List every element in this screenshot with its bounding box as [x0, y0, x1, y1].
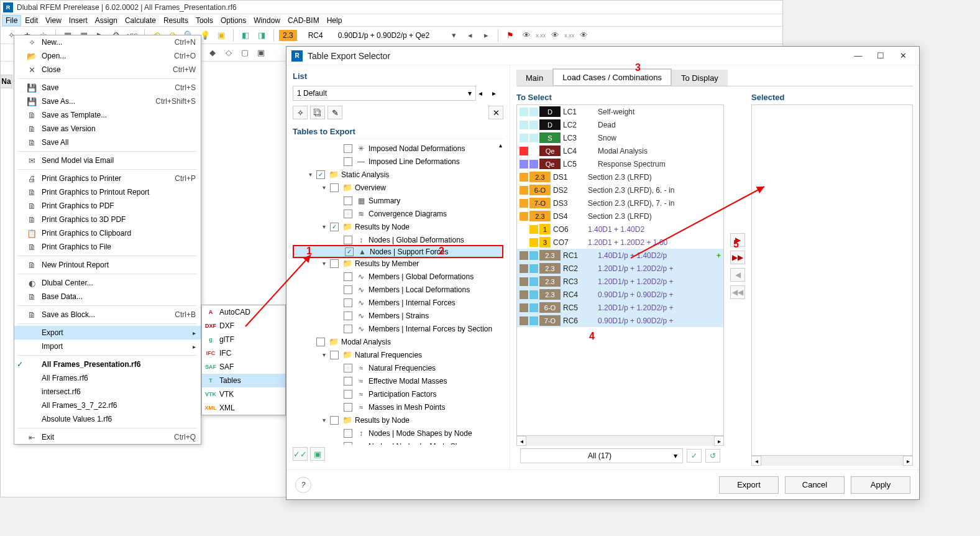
collapse-button[interactable]: ▣ [310, 447, 325, 461]
close-button[interactable]: ✕ [892, 49, 914, 63]
delete-list-button[interactable]: ✕ [488, 106, 503, 119]
menubar[interactable]: FileEditViewInsertAssignCalculateResults… [1, 14, 782, 27]
file-menu-item[interactable]: 🗎Save as Block...Ctrl+B [14, 308, 201, 321]
scroll-left-icon[interactable]: ◂ [751, 456, 761, 466]
tab-main[interactable]: Main [516, 70, 552, 86]
minimize-button[interactable]: — [847, 49, 869, 63]
tree-checkbox[interactable] [344, 196, 352, 205]
menu-calculate[interactable]: Calculate [121, 15, 160, 26]
tree-node[interactable]: ∿Members | Global Deformations [293, 270, 503, 283]
menu-tools[interactable]: Tools [192, 15, 217, 26]
file-menu-item[interactable]: Export▸ [14, 326, 201, 340]
tree-node[interactable]: ▾📁Natural Frequencies [293, 348, 503, 361]
file-menu-item[interactable]: intersect.rf6 [14, 385, 201, 399]
filter-dropdown[interactable]: All (17) ▾ [520, 448, 683, 463]
next-icon[interactable]: ▸ [479, 29, 493, 42]
layer-icon[interactable]: ▣ [214, 29, 228, 42]
file-menu-item[interactable]: ⇤ExitCtrl+Q [14, 430, 201, 444]
tree-node[interactable]: ▾📁Results by Member [293, 257, 503, 270]
load-case-row[interactable]: 6-ORC51.20D1/p + 1.20D2/p + [517, 301, 723, 314]
tree-node[interactable]: ✓▲Nodes | Support Forces [293, 245, 503, 258]
file-menu-item[interactable]: 📋Print Graphics to Clipboard [14, 226, 201, 240]
menu-cad-bim[interactable]: CAD-BIM [284, 15, 323, 26]
caret-icon[interactable]: ▾ [323, 417, 330, 423]
selected-hscroll[interactable]: ◂ ▸ [751, 456, 913, 466]
menu-edit[interactable]: Edit [21, 15, 42, 26]
file-menu-item[interactable]: 📂Open...Ctrl+O [14, 49, 201, 63]
menu-options[interactable]: Options [217, 15, 250, 26]
load-case-row[interactable]: 2.3RC11.40D1/p + 1.40D2/p + [517, 249, 723, 262]
file-menu-item[interactable]: 🗎Save as Template... [14, 108, 201, 122]
view2-icon[interactable]: ◨ [255, 29, 268, 42]
chevron-down-icon[interactable]: ▾ [447, 29, 460, 42]
file-menu-item[interactable]: 🗎New Printout Report [14, 258, 201, 272]
export-menu-item[interactable]: VTKVTK [202, 387, 285, 401]
shape1-icon[interactable]: ◆ [206, 46, 219, 60]
menu-file[interactable]: File [2, 15, 21, 26]
tree-checkbox[interactable]: ✓ [345, 247, 354, 256]
tree-node[interactable]: ∿Members | Local Deformations [293, 283, 503, 296]
tree-checkbox[interactable] [344, 442, 352, 445]
tree-node[interactable]: ≈Participation Factors [293, 387, 503, 400]
tree-checkbox[interactable]: ✓ [330, 223, 339, 231]
tree-checkbox[interactable] [344, 157, 352, 166]
tree-checkbox[interactable] [344, 210, 352, 218]
eye2-icon[interactable]: 👁 [548, 29, 562, 42]
load-case-row[interactable]: QeLC4Modal Analysis [517, 144, 723, 157]
file-menu-item[interactable]: ✓All Frames_Presentation.rf6 [14, 358, 201, 371]
caret-icon[interactable]: ▾ [323, 184, 330, 191]
file-menu-item[interactable]: All Frames.rf6 [14, 371, 201, 385]
load-case-row[interactable]: 2.3RC31.20D1/p + 1.20D2/p + [517, 275, 723, 288]
tree-node[interactable]: ↕Nodes | Mode Shapes by Node [293, 427, 503, 440]
load-case-row[interactable]: 2.3RC21.20D1/p + 1.20D2/p + [517, 262, 723, 275]
tree-node[interactable]: ↕Nodes | Nodes by Mode Shape [293, 440, 503, 445]
tree-node[interactable]: ≈Effective Modal Masses [293, 374, 503, 387]
move-left-button[interactable]: ◀ [730, 268, 745, 282]
nav-panel-tab[interactable]: Na [0, 75, 12, 88]
caret-icon[interactable]: ▾ [323, 260, 330, 267]
file-menu-item[interactable]: All Frames_3_7_22.rf6 [14, 399, 201, 412]
tree-checkbox[interactable] [344, 325, 352, 333]
load-case-row[interactable]: 2.3RC40.90D1/p + 0.90D2/p + [517, 288, 723, 301]
shape2-icon[interactable]: ◇ [222, 46, 236, 60]
tree-checkbox[interactable] [344, 272, 352, 281]
tree-checkbox[interactable] [344, 285, 352, 294]
view1-icon[interactable]: ◧ [239, 29, 252, 42]
file-menu-item[interactable]: 🗎Print Graphics to PDF [14, 199, 201, 213]
file-menu-item[interactable]: ✧New...Ctrl+N [14, 35, 201, 49]
copy-list-button[interactable]: ⿻ [310, 106, 325, 119]
flag-icon[interactable]: ⚑ [503, 29, 517, 42]
maximize-button[interactable]: ☐ [869, 49, 892, 63]
move-all-right-button[interactable]: ▶▶ [730, 251, 745, 264]
load-case-row[interactable]: QeLC5Response Spectrum [517, 157, 723, 170]
next-list-icon[interactable]: ▸ [492, 89, 503, 98]
tree-node[interactable]: ↕Nodes | Global Deformations [293, 233, 503, 246]
cancel-button[interactable]: Cancel [785, 476, 845, 494]
shape4-icon[interactable]: ▣ [254, 46, 268, 60]
tree-node[interactable]: ∿Members | Strains [293, 309, 503, 322]
export-menu-item[interactable]: XMLXML [202, 401, 285, 415]
tree-node[interactable]: ▾📁Overview [293, 181, 503, 194]
export-menu-item[interactable]: DXFDXF [202, 319, 285, 333]
load-case-row[interactable]: 3CO71.20D1 + 1.20D2 + 1.60 [517, 236, 723, 249]
scroll-right-icon[interactable]: ▸ [903, 456, 913, 466]
export-menu-item[interactable]: SAFSAF [202, 360, 285, 374]
tree-checkbox[interactable] [344, 144, 352, 153]
tree-checkbox[interactable] [330, 259, 339, 268]
file-menu-item[interactable]: 🗎Save as Version [14, 122, 201, 136]
apply-button[interactable]: Apply [851, 476, 910, 494]
file-menu-item[interactable]: 🗎Save All [14, 136, 201, 149]
shape3-icon[interactable]: ▢ [238, 46, 252, 60]
tree-node[interactable]: —Imposed Line Deformations [293, 155, 503, 168]
tables-tree[interactable]: ✳Imposed Nodal Deformations—Imposed Line… [293, 139, 503, 445]
file-menu-item[interactable]: 💾Save As...Ctrl+Shift+S [14, 95, 201, 108]
tree-checkbox[interactable] [344, 403, 352, 412]
menu-assign[interactable]: Assign [91, 15, 121, 26]
file-menu-item[interactable]: Import▸ [14, 340, 201, 353]
tab-to-display[interactable]: To Display [672, 70, 728, 86]
tree-checkbox[interactable] [344, 364, 352, 372]
tree-node[interactable]: ▾✓📁Static Analysis [293, 168, 503, 181]
selected-list[interactable] [751, 104, 913, 456]
check-all-button[interactable]: ✓✓ [293, 447, 308, 461]
tree-node[interactable]: ▾✓📁Results by Node [293, 220, 503, 233]
